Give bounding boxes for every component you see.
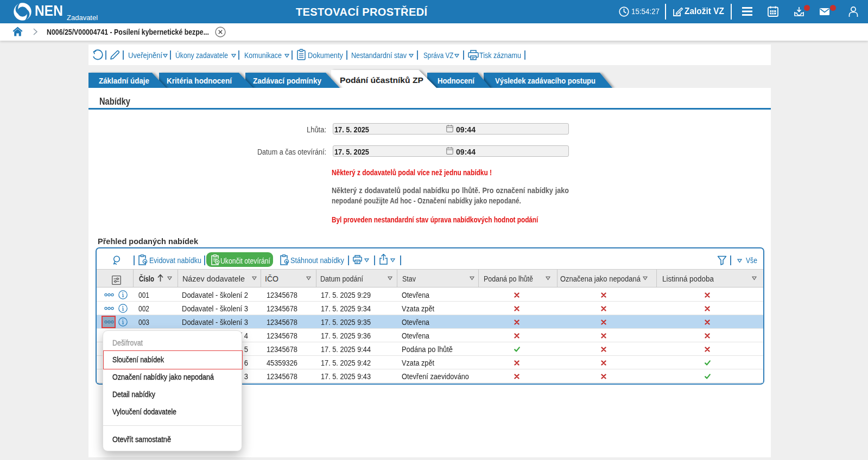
- svg-text:Kritéria hodnocení: Kritéria hodnocení: [167, 76, 232, 85]
- svg-text:Zadávací podmínky: Zadávací podmínky: [253, 76, 322, 85]
- svg-text:Základní údaje: Základní údaje: [99, 76, 149, 85]
- svg-text:Výsledek zadávacího postupu: Výsledek zadávacího postupu: [495, 76, 595, 85]
- svg-text:Hodnocení: Hodnocení: [438, 76, 475, 85]
- svg-text:Podání účastníků ZP: Podání účastníků ZP: [340, 75, 423, 85]
